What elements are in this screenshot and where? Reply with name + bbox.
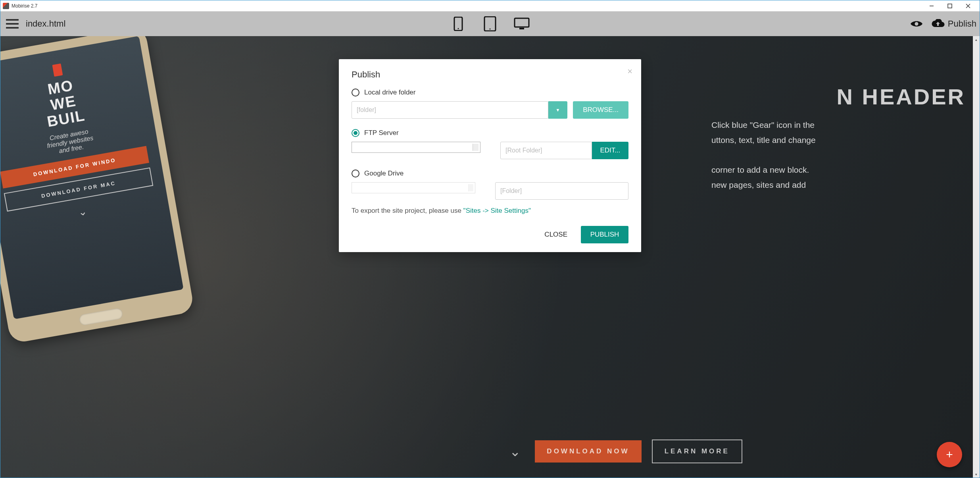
svg-point-5 <box>458 28 459 29</box>
export-note: To export the site project, please use "… <box>352 207 628 215</box>
google-drive-label: Google Drive <box>364 170 404 177</box>
menu-icon[interactable] <box>6 19 19 29</box>
svg-point-7 <box>490 29 491 30</box>
add-block-button[interactable]: + <box>937 442 962 467</box>
window-maximize-button[interactable] <box>941 0 959 12</box>
local-drive-label: Local drive folder <box>364 89 415 96</box>
page-name[interactable]: index.html <box>26 19 65 29</box>
svg-point-10 <box>915 22 918 26</box>
close-button[interactable]: CLOSE <box>536 226 575 243</box>
main-toolbar: index.html Publish <box>0 12 980 36</box>
content-area: MO WE BUIL Create aweso friendly website… <box>0 36 980 478</box>
dialog-close-icon[interactable]: × <box>627 66 632 77</box>
publish-label: Publish <box>948 19 976 29</box>
site-settings-link[interactable]: "Sites -> Site Settings" <box>463 207 531 214</box>
radio-ftp[interactable] <box>352 129 359 137</box>
ftp-label: FTP Server <box>364 129 399 137</box>
gdrive-folder-input[interactable] <box>495 182 628 200</box>
ftp-root-folder-input[interactable] <box>500 142 592 159</box>
svg-rect-9 <box>519 28 524 29</box>
tablet-view-icon[interactable] <box>481 15 499 33</box>
publish-dialog: Publish × Local drive folder ▼ BROWSE... <box>339 59 641 252</box>
dialog-actions: CLOSE PUBLISH <box>352 226 628 243</box>
download-now-button[interactable]: DOWNLOAD NOW <box>535 440 641 463</box>
browse-button[interactable]: BROWSE... <box>573 101 628 119</box>
app-icon <box>3 3 9 9</box>
chevron-down-icon[interactable]: ⌄ <box>509 443 521 459</box>
publish-submit-button[interactable]: PUBLISH <box>581 226 628 243</box>
radio-google-drive[interactable] <box>352 170 359 177</box>
svg-rect-1 <box>948 4 952 8</box>
ftp-server-select[interactable] <box>352 142 480 153</box>
upload-icon <box>931 17 945 31</box>
desktop-view-icon[interactable] <box>513 15 530 33</box>
option-local-drive: Local drive folder ▼ BROWSE... <box>352 89 628 119</box>
option-google-drive: Google Drive <box>352 170 628 200</box>
cta-row: ⌄ DOWNLOAD NOW LEARN MORE <box>509 439 742 463</box>
app-window: Mobirise 2.7 index.html <box>0 0 980 478</box>
option-ftp: FTP Server EDIT... <box>352 129 628 159</box>
svg-rect-8 <box>515 18 529 27</box>
ftp-edit-button[interactable]: EDIT... <box>592 142 628 159</box>
window-close-button[interactable] <box>959 0 977 12</box>
mobile-view-icon[interactable] <box>450 15 467 33</box>
hero-section: N HEADER Click blue "Gear" icon in the u… <box>711 84 965 193</box>
app-title: Mobirise 2.7 <box>12 3 37 9</box>
radio-local-drive[interactable] <box>352 89 359 96</box>
local-folder-input[interactable] <box>352 101 548 119</box>
scroll-up-icon[interactable]: ▴ <box>973 36 980 43</box>
window-minimize-button[interactable] <box>922 0 941 12</box>
publish-button[interactable]: Publish <box>931 17 976 31</box>
vertical-scrollbar[interactable]: ▴ ▾ <box>973 36 980 478</box>
scroll-down-icon[interactable]: ▾ <box>973 471 980 478</box>
learn-more-button[interactable]: LEARN MORE <box>652 439 742 463</box>
local-folder-dropdown[interactable]: ▼ <box>548 101 567 119</box>
titlebar: Mobirise 2.7 <box>0 0 980 12</box>
phone-home-button <box>79 308 123 326</box>
gdrive-account-select[interactable] <box>352 182 475 193</box>
preview-icon[interactable] <box>910 17 923 31</box>
dialog-title: Publish <box>352 69 628 80</box>
device-switcher <box>450 12 530 36</box>
hero-heading: N HEADER <box>711 84 965 110</box>
plus-icon: + <box>946 448 953 461</box>
